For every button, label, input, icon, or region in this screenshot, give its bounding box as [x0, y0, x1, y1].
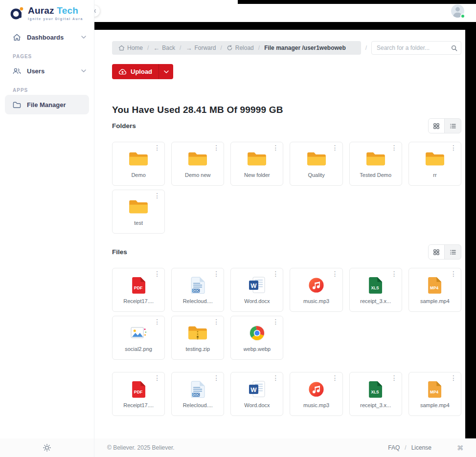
search-button[interactable]	[447, 42, 461, 54]
file-card[interactable]: ⋮ social2.png	[112, 316, 165, 360]
breadcrumb: Home / ← Back / → Forward / Reload / Fil…	[112, 41, 361, 55]
file-card[interactable]: ⋮ webp.webp	[230, 316, 283, 360]
file-card[interactable]: ⋮ receipt_3.x...	[349, 372, 402, 416]
kebab-menu-icon[interactable]: ⋮	[391, 374, 398, 382]
file-name: Receipt17....	[123, 298, 154, 304]
search-input[interactable]	[372, 44, 447, 51]
word-file-icon	[249, 381, 265, 397]
faq-link[interactable]: FAQ	[388, 444, 400, 451]
file-card[interactable]: ⋮ sample.mp4	[408, 372, 461, 416]
file-name: receipt_3.x...	[360, 402, 391, 408]
kebab-menu-icon[interactable]: ⋮	[272, 374, 279, 382]
folder-name: New folder	[244, 172, 270, 178]
folder-icon	[128, 199, 149, 215]
kebab-menu-icon[interactable]: ⋮	[154, 144, 160, 152]
grid-view-button[interactable]	[429, 245, 445, 259]
kebab-menu-icon[interactable]: ⋮	[272, 144, 279, 152]
folder-card[interactable]: ⋮ Tested Demo	[349, 142, 402, 186]
kebab-menu-icon[interactable]: ⋮	[332, 374, 339, 382]
file-card[interactable]: ⋮ Word.docx	[230, 268, 283, 312]
upload-button-label: Upload	[131, 68, 152, 75]
file-card[interactable]: ⋮ music.mp3	[290, 372, 342, 416]
breadcrumb-reload[interactable]: Reload	[227, 44, 254, 51]
theme-toggle-sun-icon[interactable]	[43, 444, 51, 452]
brand-logo[interactable]: Auraz Tech Ignite your Digital Aura	[0, 0, 94, 21]
sidebar-item-dashboards[interactable]: Dashboards	[0, 27, 94, 47]
user-avatar[interactable]	[451, 4, 464, 18]
kebab-menu-icon[interactable]: ⋮	[154, 192, 160, 199]
command-icon[interactable]: ⌘	[457, 444, 463, 452]
folder-card[interactable]: ⋮ Demo	[112, 142, 165, 186]
file-card[interactable]: ⋮ Receipt17....	[112, 268, 165, 312]
brand-name: Auraz Tech	[28, 6, 83, 16]
folder-card[interactable]: ⋮ test	[112, 190, 165, 234]
folder-icon	[306, 151, 327, 167]
folders-title: Folders	[112, 122, 136, 130]
sidebar-item-users[interactable]: Users	[0, 61, 94, 81]
file-card[interactable]: ⋮ Relecloud....	[171, 372, 224, 416]
pdf-file-icon	[132, 277, 146, 294]
breadcrumb-back[interactable]: ← Back	[153, 44, 175, 51]
upload-dropdown-toggle[interactable]	[159, 64, 173, 79]
reload-icon	[227, 45, 233, 51]
kebab-menu-icon[interactable]: ⋮	[450, 144, 457, 152]
kebab-menu-icon[interactable]: ⋮	[213, 144, 220, 152]
folder-icon	[247, 151, 267, 167]
license-link[interactable]: License	[411, 444, 431, 451]
sidebar-nav: Dashboards PAGES Users APPS File Manager	[0, 27, 94, 114]
folders-section-header: Folders	[112, 118, 461, 133]
sidebar-item-file-manager[interactable]: File Manager	[5, 95, 89, 114]
breadcrumb-home[interactable]: Home	[118, 44, 143, 51]
folder-card[interactable]: ⋮ New folder	[230, 142, 283, 186]
files-view-toggle	[428, 244, 461, 260]
file-card[interactable]: ⋮ sample.mp4	[408, 268, 461, 312]
kebab-menu-icon[interactable]: ⋮	[332, 144, 339, 152]
kebab-menu-icon[interactable]: ⋮	[154, 374, 160, 382]
folder-card[interactable]: ⋮ Quality	[290, 142, 342, 186]
kebab-menu-icon[interactable]: ⋮	[450, 270, 457, 278]
kebab-menu-icon[interactable]: ⋮	[272, 318, 279, 326]
kebab-menu-icon[interactable]: ⋮	[154, 270, 160, 278]
brand-name-secondary: Tech	[57, 5, 78, 16]
kebab-menu-icon[interactable]: ⋮	[391, 270, 398, 278]
files-grid-1: ⋮ Receipt17.... ⋮ Relecloud.... ⋮ Word.d…	[112, 268, 461, 360]
folder-icon	[187, 151, 208, 167]
zip-file-icon	[187, 325, 208, 341]
breadcrumb-separator: /	[258, 44, 260, 51]
kebab-menu-icon[interactable]: ⋮	[213, 374, 220, 382]
breadcrumb-separator: /	[220, 44, 222, 51]
list-view-button[interactable]	[445, 119, 461, 133]
breadcrumb-reload-label: Reload	[235, 44, 254, 51]
folder-name: test	[134, 220, 143, 226]
files-grid-2: ⋮ Receipt17.... ⋮ Relecloud.... ⋮ Word.d…	[112, 372, 461, 416]
kebab-menu-icon[interactable]: ⋮	[332, 270, 339, 278]
file-card[interactable]: ⋮ Receipt17....	[112, 372, 165, 416]
file-name: social2.png	[125, 346, 152, 352]
xls-file-icon	[368, 277, 383, 294]
kebab-menu-icon[interactable]: ⋮	[213, 318, 220, 326]
kebab-menu-icon[interactable]: ⋮	[213, 270, 220, 278]
folder-card[interactable]: ⋮ Demo new	[171, 142, 224, 186]
back-arrow-icon: ←	[153, 45, 159, 51]
breadcrumb-forward[interactable]: → Forward	[185, 44, 216, 51]
upload-button[interactable]: Upload	[112, 64, 159, 79]
sidebar-footer	[0, 438, 94, 457]
chevron-down-icon	[81, 69, 86, 72]
file-card[interactable]: ⋮ Word.docx	[230, 372, 283, 416]
sidebar-item-label: File Manager	[27, 101, 66, 109]
music-file-icon	[308, 277, 324, 293]
list-view-button[interactable]	[445, 245, 461, 259]
breadcrumb-bar: Home / ← Back / → Forward / Reload / Fil…	[112, 41, 461, 55]
copyright-text: © Believer. 2025 Believer.	[107, 444, 175, 451]
kebab-menu-icon[interactable]: ⋮	[154, 318, 160, 326]
file-card[interactable]: ⋮ receipt_3.x...	[349, 268, 402, 312]
grid-view-button[interactable]	[429, 119, 445, 133]
kebab-menu-icon[interactable]: ⋮	[391, 144, 398, 152]
file-card[interactable]: ⋮ music.mp3	[290, 268, 342, 312]
page-footer: © Believer. 2025 Believer. FAQ / License…	[94, 438, 476, 457]
kebab-menu-icon[interactable]: ⋮	[272, 270, 279, 278]
folder-card[interactable]: ⋮ rr	[408, 142, 461, 186]
kebab-menu-icon[interactable]: ⋮	[450, 374, 457, 382]
file-card[interactable]: ⋮ Relecloud....	[171, 268, 224, 312]
file-card[interactable]: ⋮ testing.zip	[171, 316, 224, 360]
